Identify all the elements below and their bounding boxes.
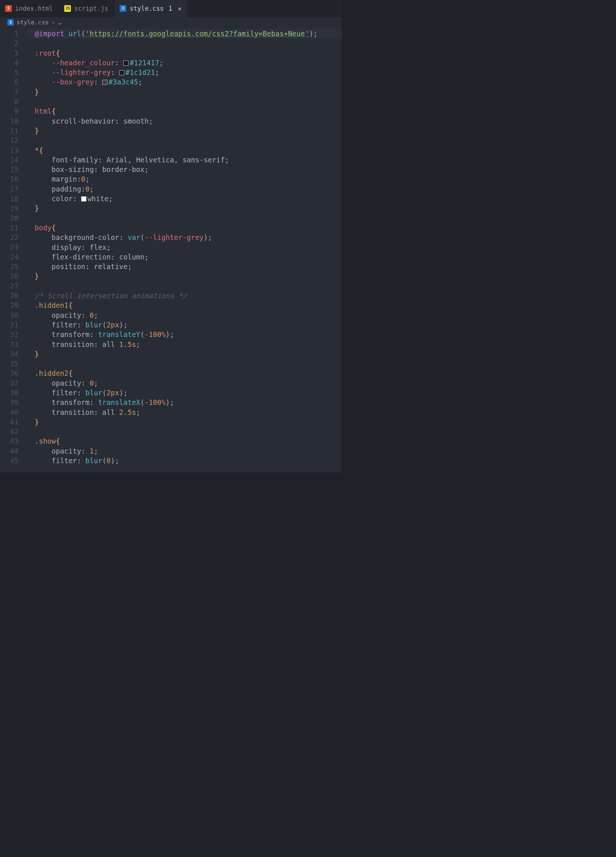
code-content[interactable]: @import url('https://fonts.googleapis.co… [27,29,342,466]
color-swatch[interactable] [119,70,124,75]
breadcrumb-file: style.css [17,19,49,26]
line-number: 29 [0,300,19,310]
line-number: 7 [0,87,19,97]
line-number: 37 [0,378,19,388]
line-number: 19 [0,203,19,213]
line-number-gutter: 1234567891011121314151617181920212223242… [0,28,27,472]
line-number: 21 [0,223,19,232]
line-number: 39 [0,398,19,407]
line-number: 40 [0,407,19,417]
line-number: 34 [0,349,19,359]
line-number: 5 [0,68,19,77]
line-number: 22 [0,232,19,242]
tab-style-css[interactable]: 3 style.css 1 ✕ [115,0,188,17]
color-swatch[interactable] [123,60,128,66]
line-number: 42 [0,427,19,436]
css-icon: 3 [8,19,14,25]
line-number: 9 [0,106,19,116]
line-number: 41 [0,417,19,427]
line-number: 12 [0,135,19,145]
line-number: 35 [0,359,19,368]
line-number: 25 [0,262,19,271]
breadcrumb[interactable]: 3 style.css › … [0,17,342,28]
line-number: 31 [0,320,19,329]
editor-body: 1234567891011121314151617181920212223242… [0,28,342,472]
line-number: 10 [0,116,19,126]
line-number: 17 [0,184,19,194]
chevron-right-icon: › [52,19,55,26]
line-number: 20 [0,213,19,223]
line-number: 28 [0,291,19,300]
line-number: 8 [0,97,19,106]
line-number: 43 [0,436,19,446]
tab-bar: 5 index.html JS script.js 3 style.css 1 … [0,0,342,17]
line-number: 33 [0,340,19,349]
line-number: 6 [0,77,19,87]
line-number: 27 [0,281,19,291]
line-number: 45 [0,456,19,466]
line-number: 4 [0,58,19,68]
editor-window: 5 index.html JS script.js 3 style.css 1 … [0,0,342,476]
color-swatch[interactable] [81,196,87,201]
code-area[interactable]: @import url('https://fonts.googleapis.co… [27,28,342,472]
line-number: 36 [0,368,19,378]
breadcrumb-tail: … [58,19,62,26]
line-number: 1 [0,29,19,39]
line-number: 23 [0,243,19,252]
line-number: 2 [0,39,19,48]
tab-label: script.js [74,5,108,12]
line-number: 13 [0,145,19,155]
html-icon: 5 [5,5,12,12]
js-icon: JS [64,5,71,12]
line-number: 26 [0,271,19,281]
tab-index-html[interactable]: 5 index.html [0,0,59,17]
line-number: 16 [0,174,19,184]
dirty-indicator: 1 [169,5,172,12]
color-swatch[interactable] [102,80,107,85]
tab-label: style.css [130,5,164,12]
line-number: 15 [0,165,19,174]
tab-script-js[interactable]: JS script.js [59,0,115,17]
close-icon[interactable]: ✕ [178,5,182,12]
line-number: 3 [0,48,19,58]
line-number: 38 [0,388,19,398]
line-number: 30 [0,310,19,320]
tab-label: index.html [15,5,53,12]
line-number: 24 [0,252,19,262]
css-icon: 3 [119,5,126,12]
line-number: 32 [0,329,19,339]
line-number: 44 [0,446,19,456]
line-number: 11 [0,126,19,135]
line-number: 18 [0,194,19,203]
line-number: 14 [0,155,19,165]
status-bar [0,472,342,476]
